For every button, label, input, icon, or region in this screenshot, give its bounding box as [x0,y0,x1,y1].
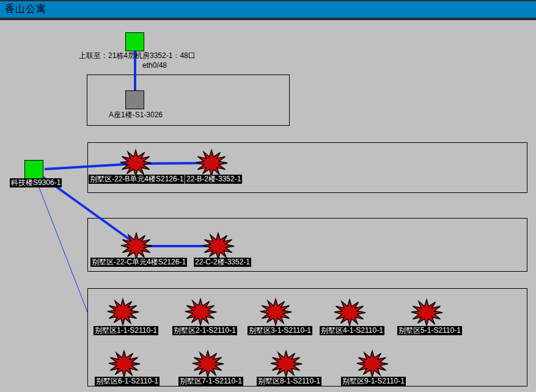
device-label-v2: 别墅区2-1-S2110-1 [172,326,237,335]
device-label-v4: 别墅区4-1-S2110-1 [320,326,384,335]
alarm-burst-icon-v6[interactable] [108,349,141,379]
window-title: 香山公寓 [0,3,46,16]
device-label-b1: 别墅区-22-B单元4楼S2126-1 [89,175,185,184]
alarm-burst-icon-v5[interactable] [410,298,443,327]
alarm-burst-icon-v1[interactable] [106,297,139,327]
device-label-uplink: 上联至：21栋4层机房3352-1：48口 [79,51,196,60]
window-titlebar[interactable]: 香山公寓 [0,0,536,20]
device-label-v3: 别墅区3-1-S2110-1 [248,326,312,335]
device-label-c2: 22-C-2楼-3352-1 [194,258,251,267]
device-label-b2: 22-B-2楼-3352-1 [185,175,242,184]
device-label-v1: 别墅区1-1-S2110-1 [94,326,158,335]
alarm-burst-icon-v3[interactable] [259,297,292,327]
alarm-burst-icon-v4[interactable] [333,298,366,327]
alarm-burst-icon-b1[interactable] [119,148,152,178]
group-box-villa-zone [87,288,527,387]
link-port-label: eth0/48 [142,61,167,70]
topology-window: 香山公寓 上联至：21栋4层机房3352-1：48口 eth0/48 A座1楼-… [0,0,536,392]
device-label-a1: A座1楼-S1-3026 [109,111,163,119]
alarm-burst-icon-b2[interactable] [195,148,228,178]
device-icon-core-switch[interactable] [24,160,43,179]
device-icon-a1-switch[interactable] [125,90,144,109]
alarm-burst-icon-v8[interactable] [270,349,303,379]
device-icon-uplink-switch[interactable] [125,32,144,51]
group-box-villa-22b [87,142,527,193]
device-label-core: 科技楼S9306-1 [10,178,62,187]
alarm-burst-icon-v9[interactable] [356,349,389,379]
device-label-c1: 别墅区-22-C单元4楼S2126-1 [90,258,187,267]
alarm-burst-icon-c2[interactable] [202,231,235,261]
alarm-burst-icon-c1[interactable] [120,231,153,261]
device-label-v6: 别墅区6-1-S2110-1 [95,377,160,386]
device-label-v7: 别墅区7-1-S2110-1 [178,377,243,386]
device-label-v8: 别墅区8-1-S2110-1 [257,377,321,386]
alarm-burst-icon-v7[interactable] [191,349,224,379]
device-label-v5: 别墅区5-1-S2110-1 [397,326,462,335]
device-label-v9: 别墅区9-1-S2110-1 [341,377,406,386]
alarm-burst-icon-v2[interactable] [184,297,217,327]
